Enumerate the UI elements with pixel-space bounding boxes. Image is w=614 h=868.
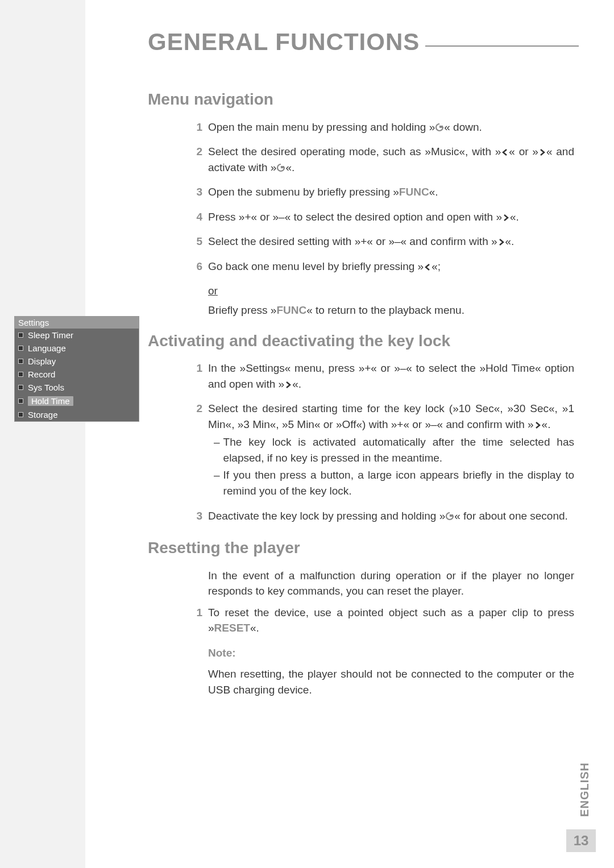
settings-item-label: Record [28,370,55,379]
bullet-icon [18,359,23,364]
bullet-item: If you then press a button, a large icon… [214,467,574,499]
step: 3Deactivate the key lock by pressing and… [188,508,574,525]
step-number: 2 [188,401,202,500]
settings-menu: Settings Sleep TimerLanguageDisplayRecor… [14,316,139,422]
step-number: 1 [188,605,202,637]
step: 2Select the desired starting time for th… [188,401,574,500]
settings-item-label: Storage [28,410,58,419]
step: 1Open the main menu by pressing and hold… [188,119,574,136]
step: 4Press »+« or »–« to select the desired … [188,209,574,226]
heading-reset: Resetting the player [148,537,574,560]
bullet-icon [18,385,23,390]
right-arrow-icon [284,378,292,390]
reset-label: RESET [214,622,250,634]
step: 2Select the desired operating mode, such… [188,144,574,176]
or-text: Briefly press »FUNC« to return to the pl… [208,302,574,318]
settings-item[interactable]: Hold Time [15,394,139,408]
step-body: Open the submenu by briefly pressing »FU… [208,184,574,201]
step-number: 5 [188,234,202,251]
settings-item[interactable]: Language [15,342,139,355]
bullet-icon [18,372,23,377]
settings-item-label: Sleep Timer [28,331,73,339]
step: 5Select the desired setting with »+« or … [188,234,574,251]
heading-key-lock: Activating and deactivating the key lock [148,330,574,353]
step-number: 3 [188,508,202,525]
right-arrow-icon [534,418,542,430]
settings-item[interactable]: Storage [15,408,139,421]
g-button-icon [445,510,454,522]
step: 6Go back one menu level by briefly press… [188,259,574,276]
step-number: 2 [188,144,202,176]
note-text: When resetting, the player should not be… [208,666,574,697]
step-number: 3 [188,184,202,201]
reset-intro: In the event of a malfunction during ope… [208,568,574,599]
func-label: FUNC [276,304,306,316]
title-rule [425,45,579,47]
bullet-icon [18,333,23,338]
bullet-icon [18,412,23,417]
left-arrow-icon [501,146,509,157]
settings-header: Settings [15,317,139,329]
step-body: Go back one menu level by briefly pressi… [208,259,574,276]
right-arrow-icon [538,146,546,157]
bullet-item: The key lock is activated automatically … [214,434,574,466]
step-body: Deactivate the key lock by pressing and … [208,508,574,525]
right-arrow-icon [502,211,510,223]
step-body: Press »+« or »–« to select the desired o… [208,209,574,226]
step: 1In the »Settings« menu, press »+« or »–… [188,360,574,393]
settings-item[interactable]: Record [15,368,139,381]
settings-item[interactable]: Sys Tools [15,381,139,394]
right-arrow-icon [497,235,505,247]
step: 1To reset the device, use a pointed obje… [188,605,574,637]
language-label: ENGLISH [578,762,591,817]
step-body: Open the main menu by pressing and holdi… [208,119,574,136]
bullet-icon [18,346,23,351]
or-label: or [208,283,574,299]
settings-item-label: Sys Tools [28,383,64,392]
step-number: 1 [188,360,202,393]
main-content: Menu navigation 1Open the main menu by p… [188,88,574,703]
step: 3Open the submenu by briefly pressing »F… [188,184,574,201]
step-number: 6 [188,259,202,276]
g-button-icon [276,161,285,173]
settings-item[interactable]: Sleep Timer [15,329,139,342]
g-button-icon [435,121,444,133]
page-title: GENERAL FUNCTIONS [148,28,420,56]
page-number: 13 [566,829,596,852]
step-body: Select the desired operating mode, such … [208,144,574,176]
step-body: Select the desired setting with »+« or »… [208,234,574,251]
step-body: To reset the device, use a pointed objec… [208,605,574,637]
step-number: 1 [188,119,202,136]
heading-menu-nav: Menu navigation [148,88,574,111]
settings-item-label: Hold Time [28,396,73,406]
left-gutter [0,0,85,868]
step-body: In the »Settings« menu, press »+« or »–«… [208,360,574,393]
note-label: Note: [208,645,574,661]
settings-item[interactable]: Display [15,355,139,368]
bullet-icon [18,398,23,404]
func-label: FUNC [399,186,429,198]
step-body: Select the desired starting time for the… [208,401,574,500]
settings-item-label: Display [28,357,56,366]
settings-item-label: Language [28,344,66,352]
step-number: 4 [188,209,202,226]
left-arrow-icon [424,260,432,272]
